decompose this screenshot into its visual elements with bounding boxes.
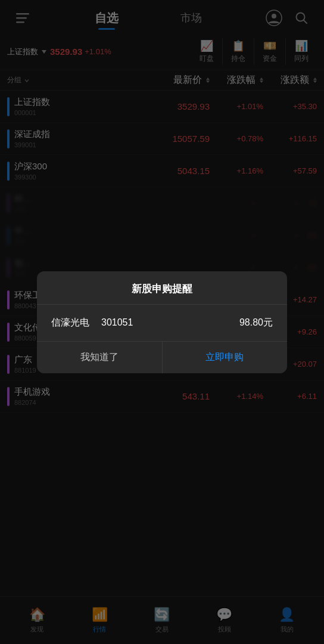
modal-stock-code: 301051 [101, 317, 133, 328]
modal-overlay: 新股申购提醒 信濠光电 301051 98.80元 我知道了 立即申购 [0, 0, 324, 644]
modal-title: 新股申购提醒 [37, 271, 287, 305]
modal-stock-name: 信濠光电 [51, 317, 89, 329]
modal-body: 信濠光电 301051 98.80元 [37, 305, 287, 341]
modal-confirm-button[interactable]: 立即申购 [163, 342, 288, 373]
modal-price: 98.80元 [239, 317, 273, 329]
modal-cancel-button[interactable]: 我知道了 [37, 342, 163, 373]
ipo-reminder-modal: 新股申购提醒 信濠光电 301051 98.80元 我知道了 立即申购 [37, 271, 287, 373]
modal-actions: 我知道了 立即申购 [37, 341, 287, 373]
